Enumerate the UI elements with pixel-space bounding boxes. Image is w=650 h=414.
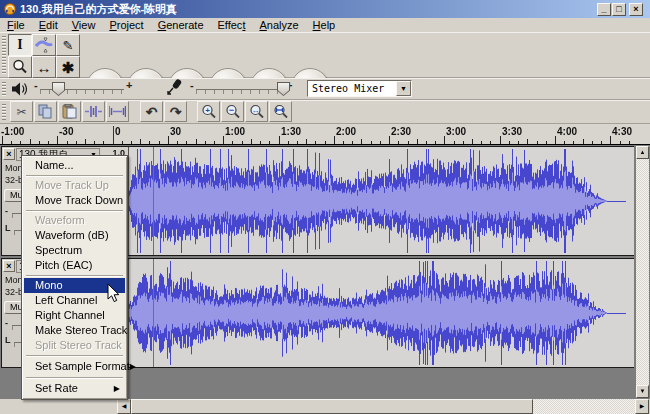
redo-icon: ↷	[170, 104, 182, 120]
ruler-label--1:00: -1:00	[1, 126, 24, 137]
menubar-item-edit[interactable]: Edit	[32, 18, 65, 32]
scroll-left-button[interactable]: ◀	[117, 399, 131, 414]
envelope-tool-button[interactable]	[32, 34, 56, 56]
track1-close-button[interactable]: ×	[3, 148, 15, 160]
menu-bar: FileEditViewProjectGenerateEffectAnalyze…	[0, 18, 650, 32]
svg-text:−: −	[228, 104, 233, 114]
context-menu-item-set-sample-format[interactable]: Set Sample Format▶	[24, 358, 125, 375]
menu-item-label: Right Channel	[35, 308, 105, 323]
input-minus-label: -	[190, 79, 194, 91]
main-toolbar: I ✎ ↔ ✱	[0, 32, 650, 78]
ruler-label-3:00: 3:00	[446, 126, 466, 137]
menubar-item-file[interactable]: File	[0, 18, 32, 32]
context-menu-item-move-track-up: Move Track Up	[24, 178, 125, 193]
menu-separator	[24, 208, 125, 213]
horizontal-scrollbar-thumb[interactable]	[131, 399, 533, 414]
paste-button[interactable]	[58, 101, 81, 122]
context-menu-item-make-stereo-track[interactable]: Make Stereo Track	[24, 323, 125, 338]
menu-item-label: Left Channel	[35, 293, 97, 308]
ruler-label--30: -30	[59, 126, 73, 137]
submenu-arrow-icon: ▶	[130, 358, 141, 375]
track1-waveform[interactable]	[129, 147, 634, 255]
fit-project-button[interactable]	[269, 101, 292, 122]
scroll-right-button[interactable]: ▶	[635, 399, 649, 414]
undo-icon: ↶	[146, 104, 158, 120]
selection-tool-button[interactable]: I	[8, 34, 32, 56]
zoom-in-button[interactable]: +	[197, 101, 220, 122]
menubar-item-effect[interactable]: Effect	[211, 18, 253, 32]
input-volume-slider[interactable]	[196, 89, 284, 94]
zoom-out-button[interactable]: −	[221, 101, 244, 122]
trim-outside-selection-button[interactable]	[82, 101, 105, 122]
context-menu-item-name[interactable]: Name...	[24, 158, 125, 173]
context-menu-item-move-track-down[interactable]: Move Track Down	[24, 193, 125, 208]
redo-button[interactable]: ↷	[164, 101, 187, 122]
context-menu-item-spectrum[interactable]: Spectrum	[24, 243, 125, 258]
copy-button[interactable]	[34, 101, 57, 122]
multi-tool-button[interactable]: ✱	[56, 56, 80, 78]
zoom-in-icon: +	[201, 104, 217, 120]
svg-text:+: +	[205, 105, 210, 114]
ruler-label-1:30: 1:30	[281, 126, 301, 137]
combo-dropdown-button[interactable]: ▼	[396, 81, 411, 96]
track2-waveform[interactable]	[129, 259, 634, 367]
zoom-tool-button[interactable]	[8, 56, 32, 78]
menu-item-label: Mono	[35, 278, 63, 293]
menu-item-label: Spectrum	[35, 243, 82, 258]
menu-separator	[24, 375, 125, 380]
ruler-label-0: 0	[115, 126, 121, 137]
undo-button[interactable]: ↶	[140, 101, 163, 122]
paste-icon	[62, 104, 77, 119]
maximize-button[interactable]: □	[612, 3, 626, 16]
ruler-label-2:00: 2:00	[336, 126, 356, 137]
menu-separator	[24, 353, 125, 358]
menubar-item-help[interactable]: Help	[306, 18, 343, 32]
menu-separator	[24, 273, 125, 278]
timeline-ruler[interactable]: -1:00-300301:001:302:002:303:003:304:004…	[0, 124, 650, 145]
track2-close-button[interactable]: ×	[3, 260, 15, 272]
fit-selection-button[interactable]: ↔	[245, 101, 268, 122]
toolbar-grip[interactable]	[2, 104, 6, 120]
input-source-value: Stereo Mixer	[308, 81, 396, 96]
context-menu-item-set-rate[interactable]: Set Rate▶	[24, 380, 125, 397]
scroll-down-button[interactable]: ▼	[636, 385, 649, 398]
toolbar-grip[interactable]	[2, 82, 6, 96]
output-plus-label: +	[126, 79, 132, 91]
menu-item-label: Move Track Down	[35, 193, 123, 208]
minimize-button[interactable]: _	[597, 3, 611, 16]
close-button[interactable]: ×	[629, 3, 643, 16]
menubar-item-project[interactable]: Project	[102, 18, 150, 32]
cut-button[interactable]: ✂	[10, 101, 33, 122]
scroll-up-button[interactable]: ▲	[636, 146, 649, 159]
copy-icon	[38, 104, 53, 119]
pencil-icon: ✎	[63, 39, 74, 52]
menubar-item-analyze[interactable]: Analyze	[252, 18, 305, 32]
context-menu-item-right-channel[interactable]: Right Channel	[24, 308, 125, 323]
asterisk-icon: ✱	[62, 60, 75, 75]
window-title: 130.我用自己的方式爱你-陈明真	[20, 2, 177, 17]
silence-selection-button[interactable]	[106, 101, 129, 122]
ibeam-icon: I	[17, 38, 22, 52]
context-menu-item-waveform-db[interactable]: Waveform (dB)	[24, 228, 125, 243]
svg-text:↔: ↔	[251, 105, 259, 114]
menubar-item-generate[interactable]: Generate	[151, 18, 211, 32]
menubar-item-view[interactable]: View	[65, 18, 103, 32]
audacity-window: 130.我用自己的方式爱你-陈明真 _ □ × FileEditViewProj…	[0, 0, 650, 414]
context-menu-item-pitch-eac[interactable]: Pitch (EAC)	[24, 258, 125, 273]
context-menu-item-waveform: Waveform	[24, 213, 125, 228]
input-source-select[interactable]: Stereo Mixer ▼	[307, 80, 412, 97]
draw-tool-button[interactable]: ✎	[56, 34, 80, 56]
menu-item-label: Set Rate	[35, 380, 78, 397]
scissors-icon: ✂	[16, 105, 26, 119]
track2-pan-left: L	[5, 335, 11, 345]
menu-item-label: Pitch (EAC)	[35, 258, 92, 273]
timeshift-tool-button[interactable]: ↔	[32, 56, 56, 78]
ruler-label-2:30: 2:30	[391, 126, 411, 137]
menu-separator	[24, 173, 125, 178]
menu-item-label: Name...	[35, 158, 74, 173]
track-context-menu: Name...Move Track UpMove Track DownWavef…	[21, 155, 128, 400]
silence-icon	[109, 105, 126, 118]
toolbar-grip[interactable]	[2, 36, 6, 74]
vertical-scrollbar[interactable]	[636, 146, 649, 398]
title-bar[interactable]: 130.我用自己的方式爱你-陈明真 _ □ ×	[0, 0, 650, 18]
